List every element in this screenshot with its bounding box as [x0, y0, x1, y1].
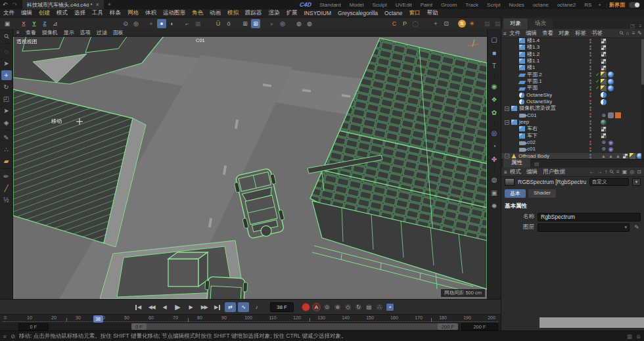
visibility-dots[interactable]	[589, 140, 593, 146]
texture-tag-icon[interactable]	[601, 126, 607, 132]
polygon-tag-icon[interactable]	[601, 79, 607, 85]
name-input[interactable]	[538, 213, 641, 221]
menu-渲染[interactable]: 渲染	[265, 9, 283, 17]
record-keyframe-button[interactable]	[302, 303, 310, 311]
expander-icon[interactable]: −	[505, 106, 509, 111]
menu-体积[interactable]: 体积	[142, 9, 160, 17]
menu-工具[interactable]: 工具	[89, 9, 106, 17]
object-row[interactable]: 楼1.3	[501, 44, 641, 51]
om-menu-文件[interactable]: 文件	[507, 30, 523, 37]
cloner-icon[interactable]: ❖	[489, 95, 499, 104]
object-row[interactable]: 平面.2✓	[501, 72, 641, 78]
visibility-dots[interactable]	[589, 126, 593, 132]
texture-tag-icon[interactable]	[601, 51, 607, 57]
visibility-dots[interactable]	[589, 58, 593, 64]
octane-node-icon[interactable]: ✳	[467, 19, 476, 28]
record-position-toggle[interactable]: ⊕	[333, 303, 342, 311]
vp-menu-摄像机[interactable]: 摄像机	[42, 29, 58, 36]
record-pla-toggle[interactable]: ∴	[375, 303, 384, 311]
redo-icon[interactable]: ↷	[10, 0, 20, 9]
polygon-tag-icon[interactable]	[601, 72, 607, 78]
texture-tag-icon[interactable]	[601, 38, 607, 44]
layout-model[interactable]: Model	[350, 2, 364, 8]
cameratag-tag-icon[interactable]	[608, 112, 614, 118]
menu-INSYDIUM[interactable]: INSYDIUM	[301, 10, 335, 16]
viewport[interactable]: ≡ 查看摄像机显示选项过滤面板 透视视图 C01 移动 网格间距 500 cm	[13, 29, 487, 299]
up-arrow-icon[interactable]: ↑	[605, 169, 607, 175]
preset-caret-icon[interactable]: ▼	[632, 178, 641, 186]
pin-icon[interactable]: ◳	[628, 23, 637, 29]
menu-窗口[interactable]: 窗口	[405, 9, 423, 17]
record-scale-toggle[interactable]: ◇	[344, 303, 352, 311]
prev-frame-button[interactable]: ◀	[159, 302, 170, 312]
layout-rs[interactable]: RS	[584, 2, 591, 8]
visibility-dots[interactable]	[589, 85, 593, 91]
mat-tag-icon[interactable]	[608, 79, 614, 85]
target-tag-icon[interactable]: ⊕	[601, 147, 607, 152]
tab-Shader[interactable]: Shader	[528, 189, 556, 198]
texture-tag-icon[interactable]	[601, 65, 607, 71]
add-layout-button[interactable]: +	[598, 2, 601, 8]
filter-icon[interactable]: ≡	[616, 169, 620, 175]
status-menu-icon[interactable]: ≡	[3, 333, 7, 340]
back-arrow-icon[interactable]: ←	[589, 169, 594, 175]
texture-tag-icon[interactable]	[622, 153, 628, 159]
move-tool-icon[interactable]: +	[1, 70, 12, 80]
frame-field[interactable]: 38 F	[270, 302, 294, 312]
panel-menu-icon[interactable]: ≡	[637, 23, 644, 29]
layout-grid-icon[interactable]: ▦	[627, 333, 632, 340]
object-row[interactable]: 平面✓	[501, 85, 641, 91]
loop-toggle[interactable]: ⇄	[225, 302, 236, 312]
range-slider[interactable]: 0 F 200 F	[131, 323, 458, 330]
search-icon[interactable]: ⚲	[618, 30, 626, 37]
eye-tag-icon[interactable]: ◉	[608, 140, 614, 146]
next-key-button[interactable]: ▶▶	[198, 302, 210, 312]
object-row[interactable]: c02⊕◉	[501, 139, 641, 146]
ramp-toggle[interactable]: ∿	[238, 302, 249, 312]
layout-octane2[interactable]: octane2	[557, 2, 576, 8]
menu-角色[interactable]: 角色	[189, 9, 206, 17]
object-row[interactable]: 车下	[501, 133, 641, 139]
att-menu-模式[interactable]: 模式	[507, 168, 524, 176]
motext-icon[interactable]: T	[489, 61, 499, 71]
record-rotation-toggle[interactable]: ↻	[354, 303, 363, 311]
mat-tag-icon[interactable]	[608, 72, 614, 78]
visibility-dots[interactable]	[589, 45, 593, 51]
snap-edge-icon[interactable]: ö	[224, 19, 233, 28]
console-icon[interactable]: ≣	[636, 333, 641, 340]
car-bottom[interactable]	[204, 277, 248, 299]
menu-网格[interactable]: 网格	[124, 9, 142, 17]
object-row[interactable]: −jeep	[501, 119, 641, 125]
next-frame-button[interactable]: ▶	[185, 302, 196, 312]
sim-a-icon[interactable]: ◍	[294, 19, 304, 28]
menu-Greyscalegorilla[interactable]: Greyscalegorilla	[334, 10, 381, 16]
layout-sculpt[interactable]: Sculpt	[373, 2, 387, 8]
attribute-scroll-area[interactable]	[540, 317, 644, 328]
sky-tag-icon[interactable]	[601, 99, 607, 105]
spline-primitive-icon[interactable]: ▢	[489, 35, 499, 45]
document-tab[interactable]: 科技城市汽车镜头.c4d.c4d * ×	[22, 0, 104, 9]
edit-icon[interactable]: ✎	[637, 30, 642, 36]
tab-attributes[interactable]: 属性	[503, 158, 530, 168]
visibility-dots[interactable]	[589, 79, 593, 85]
layout-standard[interactable]: Standard	[319, 2, 340, 8]
maximize-view-icon[interactable]: +	[431, 19, 440, 28]
polygon-tag-icon[interactable]	[630, 153, 635, 159]
measure-icon[interactable]: ½	[1, 195, 12, 205]
lock-x-axis-icon[interactable]: X	[19, 19, 28, 28]
live-selection-icon[interactable]: ◌	[1, 47, 12, 57]
layout-nodes[interactable]: Nodes	[509, 2, 524, 8]
workplane-icon[interactable]: ⌐	[183, 19, 192, 28]
grid-icon[interactable]: ▦	[193, 19, 202, 28]
forward-arrow-icon[interactable]: →	[597, 169, 602, 175]
visibility-dots[interactable]	[589, 147, 593, 152]
visibility-dots[interactable]	[589, 92, 593, 98]
matdark-tag-icon[interactable]	[601, 120, 607, 125]
record-parameter-toggle[interactable]: ▤	[365, 303, 373, 311]
scale-tool-icon[interactable]: ◰	[1, 94, 12, 104]
object-row[interactable]: 楼1.1	[501, 58, 641, 64]
target-tag-icon[interactable]: ⊕	[601, 140, 607, 146]
goto-start-button[interactable]: ◀	[133, 302, 144, 312]
object-row[interactable]: C01⊕	[501, 112, 641, 119]
layout-track[interactable]: Track	[465, 2, 478, 8]
